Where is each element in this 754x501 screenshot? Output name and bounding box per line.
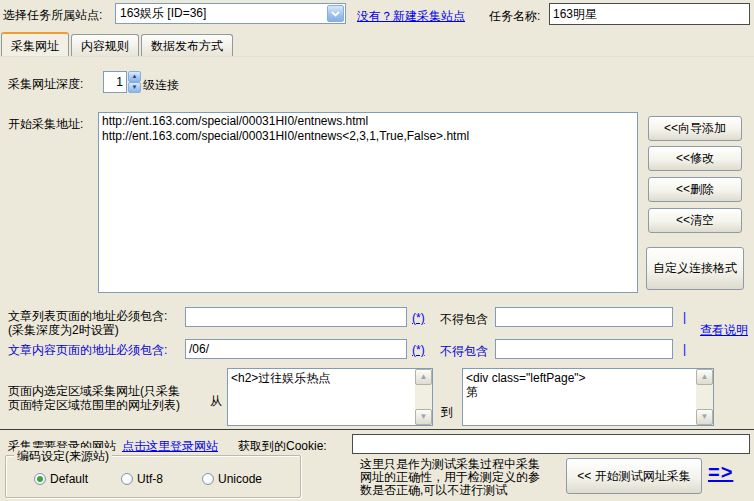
tab-divider xyxy=(0,56,754,57)
region-from-label: 从 xyxy=(210,393,222,410)
region-to-label: 到 xyxy=(441,404,453,421)
start-test-button[interactable]: << 开始测试网址采集 xyxy=(566,458,702,494)
go-arrow-link[interactable]: => xyxy=(708,461,733,484)
start-address-label: 开始采集地址: xyxy=(8,116,83,133)
radio-unicode-label: Unicode xyxy=(218,472,262,486)
cookie-label: 获取到的Cookie: xyxy=(238,438,327,455)
radio-icon[interactable] xyxy=(121,473,133,485)
radio-utf8[interactable]: Utf-8 xyxy=(121,472,163,486)
depth-label: 采集网址深度: xyxy=(8,76,83,93)
tab-content-rules[interactable]: 内容规则 xyxy=(71,34,139,56)
content-star-link[interactable]: (*) xyxy=(412,343,425,357)
test-note-line3: 数是否正确,可以不进行测试 xyxy=(360,484,540,497)
content-not-contain-input[interactable] xyxy=(495,339,673,359)
encoding-group: 编码设定(来源站) Default Utf-8 Unicode xyxy=(5,455,301,498)
scroll-up-icon[interactable]: ▲ xyxy=(415,369,432,385)
list-must-contain-input[interactable] xyxy=(185,307,407,327)
clear-button[interactable]: <<清空 xyxy=(648,208,742,233)
task-name-label: 任务名称: xyxy=(489,8,540,25)
region-label-line2: 页面特定区域范围里的网址列表) xyxy=(8,397,180,414)
site-select-label: 选择任务所属站点: xyxy=(3,7,102,24)
list-not-contain-label: 不得包含 xyxy=(440,311,488,328)
depth-value[interactable]: 1 xyxy=(103,71,127,93)
encoding-legend: 编码设定(来源站) xyxy=(14,448,112,465)
wizard-add-button[interactable]: <<向导添加 xyxy=(648,116,742,141)
custom-link-format-button[interactable]: 自定义连接格式 xyxy=(646,247,744,290)
test-note: 这里只是作为测试采集过程中采集 网址的正确性，用于检测定义的参 数是否正确,可以… xyxy=(360,458,540,497)
region-to-value[interactable]: <div class="leftPage"> 第 xyxy=(463,369,696,425)
login-here-link[interactable]: 点击这里登录网站 xyxy=(122,438,218,455)
radio-default[interactable]: Default xyxy=(34,472,88,486)
region-from-value[interactable]: <h2>过往娱乐热点 xyxy=(228,369,415,425)
tab-bar: 采集网址 内容规则 数据发布方式 xyxy=(1,32,235,56)
view-help-link[interactable]: 查看说明 xyxy=(700,322,748,339)
site-select-value: 163娱乐 [ID=36] xyxy=(116,5,326,22)
radio-icon[interactable] xyxy=(34,473,46,485)
site-select[interactable]: 163娱乐 [ID=36] xyxy=(115,3,346,24)
content-must-contain-input[interactable] xyxy=(185,339,407,359)
start-address-textarea[interactable]: http://ent.163.com/special/00031HI0/entn… xyxy=(98,112,638,293)
depth-spinner: 1 ▲ ▼ xyxy=(103,71,141,93)
list-star-link[interactable]: (*) xyxy=(412,311,425,325)
scrollbar[interactable]: ▲ ▼ xyxy=(696,369,713,425)
scroll-down-icon[interactable]: ▼ xyxy=(696,409,713,425)
chevron-down-icon[interactable] xyxy=(327,5,344,22)
scroll-down-icon[interactable]: ▼ xyxy=(415,409,432,425)
depth-suffix-label: 级连接 xyxy=(143,77,179,94)
new-site-link[interactable]: 没有？新建采集站点 xyxy=(357,8,465,25)
radio-icon[interactable] xyxy=(202,473,214,485)
list-down-link[interactable]: | xyxy=(683,310,686,324)
tab-collect-url[interactable]: 采集网址 xyxy=(1,32,69,56)
modify-button[interactable]: <<修改 xyxy=(648,146,742,171)
content-not-contain-label: 不得包含 xyxy=(440,343,488,360)
content-down-link[interactable]: | xyxy=(683,342,686,356)
task-editor-page: 选择任务所属站点: 163娱乐 [ID=36] 没有？新建采集站点 任务名称: … xyxy=(0,0,754,501)
scroll-up-icon[interactable]: ▲ xyxy=(696,369,713,385)
section-divider xyxy=(0,429,754,430)
content-rule-label: 文章内容页面的地址必须包含: xyxy=(8,342,167,359)
spinner-down-icon[interactable]: ▼ xyxy=(128,82,141,93)
list-rule-label-line2: (采集深度为2时设置) xyxy=(8,322,119,339)
tab-data-publish[interactable]: 数据发布方式 xyxy=(141,34,233,56)
radio-utf8-label: Utf-8 xyxy=(137,472,163,486)
delete-button[interactable]: <<删除 xyxy=(648,177,742,202)
radio-default-label: Default xyxy=(50,472,88,486)
spinner-up-icon[interactable]: ▲ xyxy=(128,71,141,82)
list-not-contain-input[interactable] xyxy=(495,307,673,327)
radio-unicode[interactable]: Unicode xyxy=(202,472,262,486)
scrollbar[interactable]: ▲ ▼ xyxy=(415,369,432,425)
region-from-textarea[interactable]: <h2>过往娱乐热点 ▲ ▼ xyxy=(227,368,433,426)
task-name-input[interactable] xyxy=(549,3,750,25)
cookie-input[interactable] xyxy=(352,434,750,454)
region-to-textarea[interactable]: <div class="leftPage"> 第 ▲ ▼ xyxy=(462,368,714,426)
